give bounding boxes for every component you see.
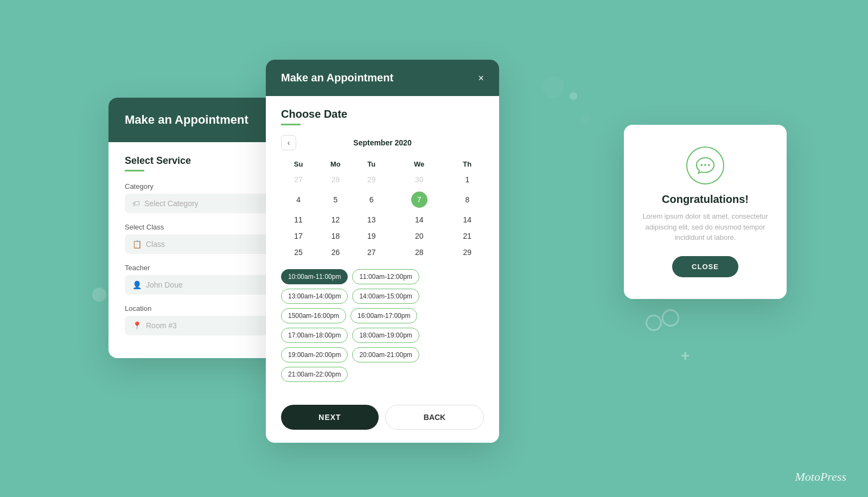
time-slot-10[interactable]: 21:00am-22:00pm <box>281 367 348 382</box>
modal-close-button[interactable]: × <box>478 73 484 83</box>
section-underline <box>125 170 144 171</box>
day-6[interactable]: 6 <box>355 188 388 212</box>
category-label: Category <box>125 182 288 190</box>
class-input[interactable]: 📋 Class <box>125 234 288 254</box>
day-18[interactable]: 18 <box>316 228 355 244</box>
day-12[interactable]: 12 <box>316 212 355 228</box>
location-value: Room #3 <box>146 321 177 330</box>
day-header-mo: Mo <box>316 157 355 171</box>
calendar-grid: Su Mo Tu We Th 27 28 29 30 1 4 5 <box>281 157 484 260</box>
time-slots-container: 10:00am-11:00pm 11:00am-12:00pm 13:00am-… <box>281 269 484 382</box>
day-14b[interactable]: 14 <box>451 212 484 228</box>
day-28-prev[interactable]: 28 <box>316 171 355 188</box>
day-7[interactable]: 7 <box>388 188 451 212</box>
card-back-title: Make an Appointment <box>125 113 288 127</box>
calendar-week-3: 11 12 13 14 14 <box>281 212 484 228</box>
day-25[interactable]: 25 <box>281 244 316 260</box>
category-placeholder: Select Category <box>144 199 199 208</box>
teacher-input[interactable]: 👤 John Doue <box>125 275 288 295</box>
day-19[interactable]: 19 <box>355 228 388 244</box>
svg-point-2 <box>708 164 710 166</box>
calendar-prev-button[interactable]: ‹ <box>281 135 296 150</box>
time-slot-0[interactable]: 10:00am-11:00pm <box>281 269 348 284</box>
time-slot-9[interactable]: 20:00am-21:00pm <box>352 347 419 362</box>
day-13[interactable]: 13 <box>355 212 388 228</box>
class-icon: 📋 <box>132 240 142 248</box>
day-header-th: Th <box>451 157 484 171</box>
congratulations-card: Congratulations! Lorem ipsum dolor sit a… <box>624 125 787 299</box>
calendar-card-header: Make an Appointment × <box>266 60 499 96</box>
day-28[interactable]: 28 <box>388 244 451 260</box>
calendar-card: Make an Appointment × Choose Date ‹ Sept… <box>266 60 499 443</box>
teacher-label: Teacher <box>125 264 288 272</box>
choose-date-underline <box>281 124 301 125</box>
teacher-icon: 👤 <box>132 281 142 289</box>
calendar-week-5: 25 26 27 28 29 <box>281 244 484 260</box>
svg-point-0 <box>700 164 703 166</box>
class-placeholder: Class <box>146 240 165 248</box>
class-field-group: Select Class 📋 Class <box>125 223 288 254</box>
location-icon: 📍 <box>132 321 142 330</box>
location-input[interactable]: 📍 Room #3 <box>125 316 288 335</box>
day-7-selected[interactable]: 7 <box>411 192 427 208</box>
teacher-value: John Doue <box>146 281 183 289</box>
day-20[interactable]: 20 <box>388 228 451 244</box>
day-14[interactable]: 14 <box>388 212 451 228</box>
category-input[interactable]: 🏷 Select Category <box>125 194 288 213</box>
category-icon: 🏷 <box>132 199 140 208</box>
teacher-field-group: Teacher 👤 John Doue <box>125 264 288 295</box>
time-slot-2[interactable]: 13:00am-14:00pm <box>281 289 348 304</box>
day-29[interactable]: 29 <box>451 244 484 260</box>
day-26[interactable]: 26 <box>316 244 355 260</box>
day-header-tu: Tu <box>355 157 388 171</box>
day-1[interactable]: 1 <box>451 171 484 188</box>
time-slot-7[interactable]: 18:00am-19:00pm <box>352 328 419 343</box>
svg-point-1 <box>704 164 706 166</box>
choose-date-title: Choose Date <box>281 108 484 120</box>
location-label: Location <box>125 304 288 313</box>
congrats-title: Congratulations! <box>662 193 749 206</box>
class-label: Select Class <box>125 223 288 231</box>
brand-label: MotoPress <box>795 470 846 484</box>
deco-circle-6 <box>92 288 106 302</box>
time-slot-8[interactable]: 19:00am-20:00pm <box>281 347 348 362</box>
day-30-prev[interactable]: 30 <box>388 171 451 188</box>
time-slot-4[interactable]: 1500am-16:00pm <box>281 308 346 323</box>
card-buttons: NEXT BACK <box>266 405 499 443</box>
time-slot-5[interactable]: 16:00am-17:00pm <box>350 308 417 323</box>
calendar-nav: ‹ September 2020 <box>281 135 484 150</box>
day-11[interactable]: 11 <box>281 212 316 228</box>
day-header-we: We <box>388 157 451 171</box>
category-field-group: Category 🏷 Select Category <box>125 182 288 213</box>
congrats-text: Lorem ipsum dolor sit amet, consectetur … <box>640 211 770 243</box>
day-29-prev[interactable]: 29 <box>355 171 388 188</box>
deco-circle-7 <box>542 76 564 98</box>
back-button[interactable]: BACK <box>385 405 484 430</box>
calendar-week-2: 4 5 6 7 8 <box>281 188 484 212</box>
day-27[interactable]: 27 <box>355 244 388 260</box>
deco-plus: + <box>681 347 690 365</box>
day-header-su: Su <box>281 157 316 171</box>
location-field-group: Location 📍 Room #3 <box>125 304 288 335</box>
time-slot-1[interactable]: 11:00am-12:00pm <box>352 269 419 284</box>
deco-ring-2 <box>662 309 679 327</box>
time-slot-3[interactable]: 14:00am-15:00pm <box>352 289 419 304</box>
section-title: Select Service <box>125 155 288 167</box>
chat-bubble-icon <box>695 155 716 176</box>
calendar-card-title: Make an Appointment <box>281 72 393 84</box>
deco-circle-8 <box>580 114 590 124</box>
calendar-month-label: September 2020 <box>353 138 411 147</box>
day-27-prev[interactable]: 27 <box>281 171 316 188</box>
day-5[interactable]: 5 <box>316 188 355 212</box>
day-4[interactable]: 4 <box>281 188 316 212</box>
calendar-week-4: 17 18 19 20 21 <box>281 228 484 244</box>
day-8[interactable]: 8 <box>451 188 484 212</box>
next-button[interactable]: NEXT <box>281 405 379 430</box>
close-button[interactable]: CLOSE <box>672 256 738 277</box>
deco-ring-3 <box>646 315 662 331</box>
time-slot-6[interactable]: 17:00am-18:00pm <box>281 328 348 343</box>
chat-icon-wrap <box>686 146 724 184</box>
day-21[interactable]: 21 <box>451 228 484 244</box>
day-17[interactable]: 17 <box>281 228 316 244</box>
calendar-week-1: 27 28 29 30 1 <box>281 171 484 188</box>
